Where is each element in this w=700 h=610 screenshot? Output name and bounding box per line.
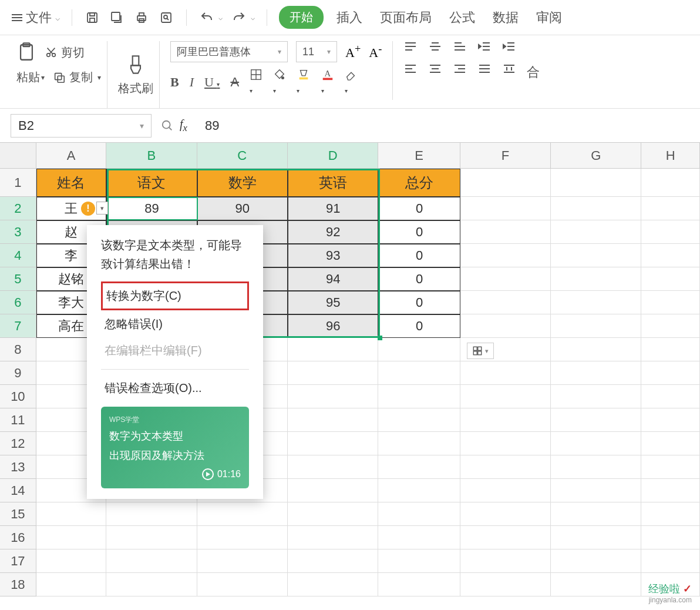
col-header-G[interactable]: G xyxy=(551,143,641,168)
increase-font-icon[interactable]: A+ xyxy=(345,43,361,61)
undo-icon[interactable] xyxy=(198,9,215,26)
formula-bar-value[interactable]: 89 xyxy=(205,118,219,133)
tab-review[interactable]: 审阅 xyxy=(536,9,562,26)
error-dropdown-icon[interactable]: ▾ xyxy=(96,202,108,214)
font-family-select[interactable]: 阿里巴巴普惠体▾ xyxy=(170,41,288,62)
align-bottom-icon[interactable] xyxy=(453,41,467,53)
cell-E3[interactable]: 0 xyxy=(378,220,460,244)
paste-label[interactable]: 粘贴▾ xyxy=(16,69,45,85)
popup-convert-option[interactable]: 转换为数字(C) xyxy=(101,281,249,310)
cell-E2[interactable]: 0 xyxy=(378,197,460,220)
cell-C2[interactable]: 90 xyxy=(197,197,288,220)
bold-button[interactable]: B xyxy=(170,75,179,90)
cell-E6[interactable]: 0 xyxy=(378,291,460,314)
svg-rect-0 xyxy=(88,13,97,22)
name-box[interactable]: B2 ▾ xyxy=(11,114,152,138)
cell-E5[interactable]: 0 xyxy=(378,267,460,291)
cell-D7[interactable]: 96 xyxy=(288,314,378,338)
popup-options-option[interactable]: 错误检查选项(O)... xyxy=(101,376,249,401)
paste-button[interactable] xyxy=(16,41,36,63)
col-header-B[interactable]: B xyxy=(106,143,197,168)
cell-D6[interactable]: 95 xyxy=(288,291,378,314)
svg-text:A: A xyxy=(325,69,331,78)
italic-button[interactable]: I xyxy=(190,75,194,90)
merge-icon[interactable]: 合 xyxy=(527,63,540,81)
cell-B2[interactable]: 89 xyxy=(106,197,197,220)
borders-button[interactable]: ▾ xyxy=(250,68,262,96)
svg-point-20 xyxy=(163,120,170,128)
zoom-icon[interactable] xyxy=(161,119,174,132)
underline-button[interactable]: U ▾ xyxy=(204,75,220,90)
cell-D3[interactable]: 92 xyxy=(288,220,378,244)
paste-options-button[interactable]: ▾ xyxy=(467,343,494,359)
align-center-icon[interactable] xyxy=(428,63,442,81)
cell-D4[interactable]: 93 xyxy=(288,244,378,267)
align-right-icon[interactable] xyxy=(453,63,467,81)
eraser-button[interactable]: ▾ xyxy=(345,68,358,96)
row-header-3[interactable]: 3 xyxy=(0,220,36,244)
tab-data[interactable]: 数据 xyxy=(493,9,519,26)
col-header-D[interactable]: D xyxy=(288,143,378,168)
cell-E1[interactable]: 总分 xyxy=(378,169,460,197)
row-header-7[interactable]: 7 xyxy=(0,314,36,338)
cell-E7[interactable]: 0 xyxy=(378,314,460,338)
preview-icon[interactable] xyxy=(158,9,174,26)
select-all-corner[interactable] xyxy=(0,143,36,168)
svg-point-16 xyxy=(282,77,284,79)
strike-button[interactable]: A xyxy=(230,75,239,90)
cell-A1[interactable]: 姓名 xyxy=(36,169,107,197)
redo-icon[interactable] xyxy=(231,9,247,26)
justify-icon[interactable] xyxy=(477,63,492,81)
fill-color-button[interactable]: ▾ xyxy=(273,68,286,96)
fx-label[interactable]: fx xyxy=(180,118,187,134)
svg-rect-22 xyxy=(478,347,482,350)
align-left-icon[interactable] xyxy=(403,63,418,81)
copy-button[interactable]: 复制▾ xyxy=(53,69,101,85)
font-color-button[interactable]: A▾ xyxy=(321,68,334,96)
save-icon[interactable] xyxy=(84,9,100,26)
svg-rect-14 xyxy=(133,56,139,65)
align-top-icon[interactable] xyxy=(403,41,418,53)
indent-dec-icon[interactable] xyxy=(477,41,492,53)
brush-icon[interactable] xyxy=(126,53,145,76)
tab-insert[interactable]: 插入 xyxy=(336,9,362,26)
cell-D5[interactable]: 94 xyxy=(288,267,378,291)
play-icon xyxy=(202,468,214,480)
row-header-1[interactable]: 1 xyxy=(0,169,36,197)
error-warning-icon[interactable]: ! xyxy=(81,202,95,216)
brush-label[interactable]: 格式刷 xyxy=(118,81,153,96)
distribute-icon[interactable] xyxy=(502,63,516,81)
cell-D2[interactable]: 91 xyxy=(288,197,378,220)
tab-formula[interactable]: 公式 xyxy=(449,9,475,26)
cell-B1[interactable]: 语文 xyxy=(106,169,197,197)
popup-video-card[interactable]: WPS学堂 数字为文本类型 出现原因及解决方法 01:16 xyxy=(101,407,249,488)
align-middle-icon[interactable] xyxy=(428,41,442,53)
cell-E4[interactable]: 0 xyxy=(378,244,460,267)
print-icon[interactable] xyxy=(133,9,150,26)
col-header-F[interactable]: F xyxy=(460,143,551,168)
tab-start[interactable]: 开始 xyxy=(279,6,324,29)
save-as-icon[interactable] xyxy=(109,9,125,26)
redo-dropdown[interactable]: ⌵ xyxy=(251,14,255,22)
col-header-E[interactable]: E xyxy=(378,143,460,168)
popup-ignore-option[interactable]: 忽略错误(I) xyxy=(101,311,249,337)
row-header-2[interactable]: 2 xyxy=(0,197,36,220)
file-menu[interactable]: 文件 ⌵ xyxy=(12,9,60,26)
row-header-5[interactable]: 5 xyxy=(0,267,36,291)
highlight-button[interactable]: ▾ xyxy=(297,68,311,96)
cut-button[interactable]: 剪切 xyxy=(45,45,85,61)
cell-C1[interactable]: 数学 xyxy=(197,169,288,197)
col-header-A[interactable]: A xyxy=(36,143,107,168)
undo-dropdown[interactable]: ⌵ xyxy=(218,14,223,22)
col-header-C[interactable]: C xyxy=(197,143,288,168)
cell-D1[interactable]: 英语 xyxy=(288,169,378,197)
font-size-select[interactable]: 11▾ xyxy=(296,41,337,62)
col-header-H[interactable]: H xyxy=(641,143,700,168)
row-header-6[interactable]: 6 xyxy=(0,291,36,314)
row-header-4[interactable]: 4 xyxy=(0,244,36,267)
selection-handle[interactable] xyxy=(378,336,382,340)
indent-inc-icon[interactable] xyxy=(502,41,516,53)
decrease-font-icon[interactable]: A- xyxy=(369,43,382,61)
tab-layout[interactable]: 页面布局 xyxy=(380,9,432,26)
svg-rect-17 xyxy=(299,78,308,80)
